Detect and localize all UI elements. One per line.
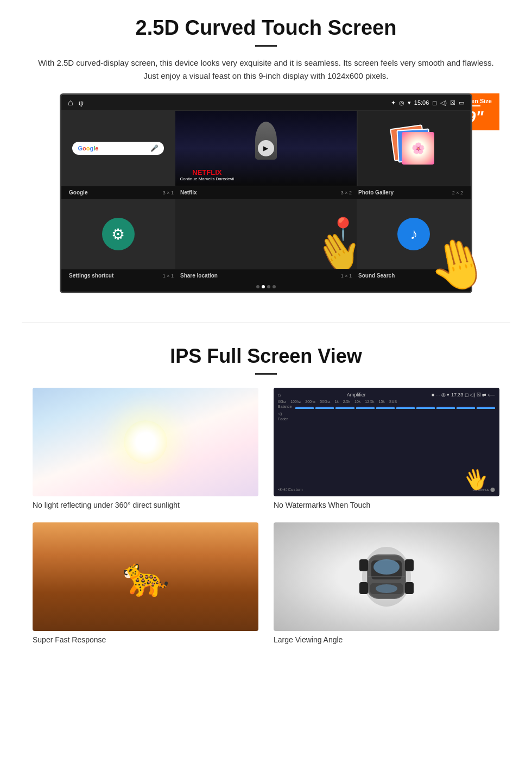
section1-description: With 2.5D curved-display screen, this de… xyxy=(33,56,499,83)
amp-preset: ≪≪ Custom xyxy=(278,487,303,492)
device-screen: ⌂ ψ ✦ ◎ ▾ 15:06 ◻ ◁) ☒ ▭ xyxy=(60,93,472,293)
svg-rect-7 xyxy=(405,559,414,571)
cheetah-bg: 🐆 xyxy=(33,522,258,631)
time-display: 15:06 xyxy=(414,99,429,106)
car-bg xyxy=(274,522,499,631)
amp-freq-labels: 60hz100hz200hz500hz1k2.5k10k12.5k15kSUB xyxy=(278,400,495,403)
netflix-app-cell[interactable]: ▶ NETFLIX Continue Marvel's Daredevil xyxy=(175,110,357,186)
share-size: 1 × 1 xyxy=(341,273,352,279)
settings-size: 1 × 1 xyxy=(163,273,174,279)
usb-icon: ψ xyxy=(79,99,84,107)
eq-bar-6 xyxy=(396,407,415,409)
status-right: ✦ ◎ ▾ 15:06 ◻ ◁) ☒ ▭ xyxy=(391,99,464,106)
eq-bar-4 xyxy=(356,407,375,409)
gallery-label: Photo Gallery xyxy=(358,190,394,195)
share-label-cell: Share location 1 × 1 xyxy=(177,272,355,280)
eq-bars xyxy=(295,405,495,411)
app-label-row-bottom: Settings shortcut 1 × 1 Share location 1… xyxy=(61,269,471,282)
google-app-cell[interactable]: Google 🎤 xyxy=(61,110,175,186)
amp-footer: ≪≪ Custom loudness ⬤ xyxy=(278,487,495,492)
gallery-size: 2 × 2 xyxy=(452,190,463,195)
pagination-dots xyxy=(61,282,471,292)
home-icon: ⌂ xyxy=(68,98,73,108)
camera-icon: ◻ xyxy=(432,99,437,106)
amp-home-icon: ⌂ xyxy=(278,392,281,398)
amp-status: ■ ··· ◎ ▾ 17:33 ◻ ◁) ☒ ⇌ ⟵ xyxy=(432,392,495,398)
wifi-icon: ▾ xyxy=(408,99,411,106)
car-svg xyxy=(349,544,425,609)
eq-bar-7 xyxy=(416,407,435,409)
app-label-row-top: Google 3 × 1 Netflix 3 × 2 Photo Gallery… xyxy=(61,186,471,199)
location-icon: ◎ xyxy=(399,99,404,106)
amp-title: Amplifier xyxy=(347,392,366,398)
netflix-size: 3 × 2 xyxy=(341,190,352,195)
gallery-app-cell[interactable]: 🌸 xyxy=(357,110,471,186)
svg-rect-9 xyxy=(405,582,414,594)
amp-left-labels: Balance ◁) Fader xyxy=(278,405,292,421)
car-caption: Large Viewing Angle xyxy=(274,635,499,644)
netflix-brand: NETFLIX xyxy=(180,169,234,176)
amp-header: ⌂ Amplifier ■ ··· ◎ ▾ 17:33 ◻ ◁) ☒ ⇌ ⟵ xyxy=(278,392,495,398)
gallery-label-cell: Photo Gallery 2 × 2 xyxy=(355,188,466,197)
google-logo: Google xyxy=(78,145,98,152)
eq-bar-2 xyxy=(315,407,334,409)
netflix-subtitle: Continue Marvel's Daredevil xyxy=(180,176,234,181)
feature-cheetah: 🐆 Super Fast Response xyxy=(33,522,258,644)
sunlight-bg xyxy=(33,388,258,496)
settings-icon: ⚙ xyxy=(102,218,135,250)
settings-app-cell[interactable]: ⚙ xyxy=(61,199,175,269)
svg-point-4 xyxy=(373,559,400,575)
window-icon: ▭ xyxy=(459,99,464,106)
sunlight-caption: No light reflecting under 360° direct su… xyxy=(33,501,258,509)
section2-title: IPS Full Screen View xyxy=(33,345,499,368)
google-size: 3 × 1 xyxy=(163,190,174,195)
play-button[interactable]: ▶ xyxy=(258,140,274,156)
sound-label-cell: Sound Search 1 × 1 xyxy=(355,272,466,280)
cheetah-image: 🐆 xyxy=(33,522,258,631)
feature-grid: No light reflecting under 360° direct su… xyxy=(33,388,499,644)
eq-bar-9 xyxy=(457,407,475,409)
photo-stack: 🌸 xyxy=(392,127,435,170)
sound-icon: ♪ xyxy=(397,218,430,250)
eq-bar-1 xyxy=(295,407,314,409)
amplifier-image: ⌂ Amplifier ■ ··· ◎ ▾ 17:33 ◻ ◁) ☒ ⇌ ⟵ 6… xyxy=(274,388,499,496)
feature-car: Large Viewing Angle xyxy=(274,522,499,644)
sound-label: Sound Search xyxy=(358,273,395,279)
mic-icon: 🎤 xyxy=(150,144,159,152)
status-bar: ⌂ ψ ✦ ◎ ▾ 15:06 ◻ ◁) ☒ ▭ xyxy=(61,95,471,110)
volume-icon: ◁) xyxy=(440,99,447,106)
google-search-bar[interactable]: Google 🎤 xyxy=(72,142,164,155)
app-grid-top: Google 🎤 ▶ NETFLIX Continue M xyxy=(61,110,471,186)
netflix-label: NETFLIX Continue Marvel's Daredevil xyxy=(180,169,234,181)
settings-label-cell: Settings shortcut 1 × 1 xyxy=(66,272,177,280)
share-label: Share location xyxy=(180,273,218,279)
netflix-label-text: Netflix xyxy=(180,190,197,195)
close-icon: ☒ xyxy=(450,99,455,106)
app-grid-bottom: ⚙ 📍 🤚 ♪ xyxy=(61,199,471,269)
eq-bar-3 xyxy=(335,407,354,409)
dot-3 xyxy=(267,285,270,288)
section-divider xyxy=(22,323,510,323)
status-left: ⌂ ψ xyxy=(68,98,84,108)
sun-glow xyxy=(124,420,167,464)
photo-flower: 🌸 xyxy=(402,132,434,165)
eq-bar-5 xyxy=(376,407,395,409)
sound-size: 1 × 1 xyxy=(452,273,463,279)
device-wrapper: Screen Size 9" ⌂ ψ ✦ ◎ ▾ 15:06 ◻ ◁) xyxy=(33,93,499,293)
feature-sunlight: No light reflecting under 360° direct su… xyxy=(33,388,258,509)
bluetooth-icon: ✦ xyxy=(391,99,396,106)
settings-label: Settings shortcut xyxy=(69,273,113,279)
title-underline-2 xyxy=(255,373,277,375)
ips-section: IPS Full Screen View No light reflecting… xyxy=(0,339,532,660)
dot-4 xyxy=(273,285,276,288)
sound-app-cell[interactable]: ♪ xyxy=(357,199,471,269)
svg-rect-8 xyxy=(359,582,368,594)
amplifier-caption: No Watermarks When Touch xyxy=(274,501,499,509)
car-image xyxy=(274,522,499,631)
eq-bar-10 xyxy=(477,407,495,409)
section1-title: 2.5D Curved Touch Screen xyxy=(33,16,499,40)
netflix-label-cell: Netflix 3 × 2 xyxy=(177,188,355,197)
share-app-cell[interactable]: 📍 🤚 xyxy=(175,199,357,269)
dot-2 xyxy=(262,285,265,288)
title-underline xyxy=(255,45,277,47)
